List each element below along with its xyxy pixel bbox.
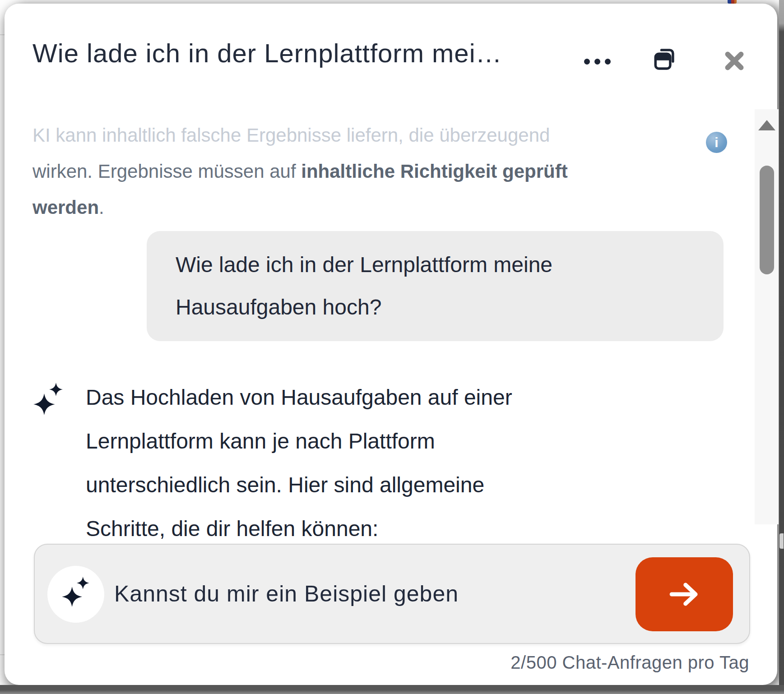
disclaimer-line3: werden.: [32, 190, 606, 226]
arrow-right-icon: [668, 580, 701, 609]
background-glyph-fragment: [779, 533, 784, 549]
send-button[interactable]: [636, 557, 733, 631]
disclaimer-line2: wirken. Ergebnisse müssen auf inhaltlich…: [32, 153, 606, 190]
disclaimer-line1: KI kann inhaltlich falsche Ergebnisse li…: [32, 117, 606, 153]
dialog-title: Wie lade ich in der Lernplattform mei…: [32, 36, 570, 70]
suggestion-text[interactable]: Kannst du mir ein Beispiel geben: [114, 545, 459, 643]
sparkle-icon: [61, 577, 91, 612]
scrollbar-up-arrow[interactable]: [758, 120, 775, 130]
user-message-bubble: Wie lade ich in der Lernplattform meine …: [147, 231, 724, 341]
chat-scrollbar[interactable]: [755, 109, 779, 524]
composer-sparkle-badge: [47, 566, 104, 623]
close-icon: [723, 50, 746, 72]
close-button[interactable]: [723, 50, 746, 72]
modal-shadow-bottom: [0, 685, 784, 694]
window-edge-right: [779, 0, 784, 694]
scrollbar-thumb[interactable]: [760, 166, 774, 274]
page-backdrop: Wie lade ich in der Lernplattform mei… K…: [0, 0, 784, 694]
ellipsis-icon: [605, 59, 611, 65]
ellipsis-icon: [584, 59, 590, 65]
info-icon[interactable]: i: [706, 132, 727, 153]
info-icon-letter: i: [714, 135, 718, 150]
composer[interactable]: Kannst du mir ein Beispiel geben: [34, 544, 750, 644]
more-options-button[interactable]: [584, 53, 613, 69]
quota-text: 2/500 Chat-Anfragen pro Tag: [510, 652, 749, 673]
assistant-sparkle-icon: [32, 383, 64, 421]
window-restore-icon: [652, 45, 678, 71]
ai-disclaimer: KI kann inhaltlich falsche Ergebnisse li…: [32, 117, 606, 226]
background-logo-fragment: [728, 0, 737, 4]
popout-window-button[interactable]: [652, 45, 678, 71]
ellipsis-icon: [594, 59, 600, 65]
assistant-message: Das Hochladen von Hausaufgaben auf einer…: [86, 375, 677, 551]
chat-dialog: Wie lade ich in der Lernplattform mei… K…: [5, 4, 777, 685]
